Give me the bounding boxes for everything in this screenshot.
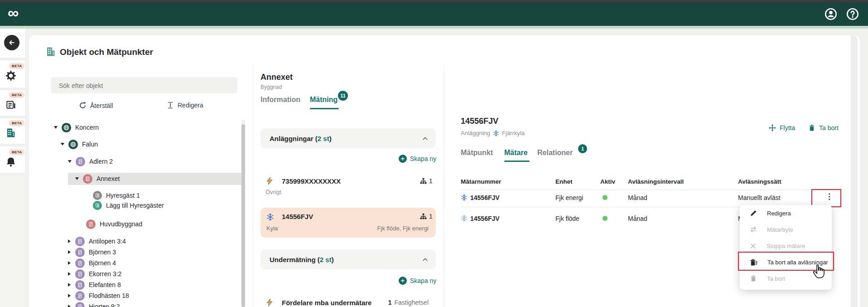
meter-unit: Fjk energi [555, 194, 583, 201]
tree-node-annexet[interactable]: Annexet [75, 173, 120, 185]
expander-right-icon[interactable] [68, 239, 71, 243]
delete-button[interactable]: Ta bort [808, 124, 839, 132]
tree-node-hjorten[interactable]: Hjorten 9:2 [68, 301, 120, 307]
snowflake-icon [461, 215, 468, 222]
expander-right-icon[interactable] [68, 305, 71, 307]
tree-reset-label: Återställ [90, 102, 113, 109]
chevron-up-icon[interactable] [422, 256, 429, 263]
rail-item-objects[interactable]: BETA [0, 118, 25, 144]
tree-node-label: Hjorten 9:2 [89, 303, 120, 307]
back-button[interactable] [4, 35, 19, 50]
tree-node-ekorren[interactable]: Ekorren 3:2 [68, 268, 121, 280]
chevron-up-icon[interactable] [422, 135, 429, 142]
tab-matare[interactable]: Mätare [504, 149, 528, 157]
tree-reset-button[interactable]: Återställ [79, 102, 113, 109]
section-count: 2 st [318, 135, 329, 142]
building-icon [75, 291, 85, 301]
rail-filler [0, 175, 25, 307]
tree-node-label: Björnen 4 [89, 259, 116, 267]
expander-right-icon[interactable] [68, 250, 71, 254]
facility-item-fordelare[interactable]: Fördelare mba undermätare 1Fastighetsel [260, 296, 436, 307]
section-title-close: ) [332, 256, 334, 263]
facility-meters: Fjk flöde, Fjk energi [377, 225, 429, 232]
object-search-box[interactable] [51, 77, 237, 93]
facility-name: 735999XXXXXXXX [282, 177, 341, 185]
expander-right-icon[interactable] [68, 283, 71, 287]
pencil-icon [750, 210, 757, 217]
building-icon [5, 127, 16, 138]
menu-item-label: Redigera [767, 210, 791, 217]
tree-edit-label: Redigera [178, 102, 203, 109]
snowflake-icon [493, 130, 499, 136]
expander-down-icon[interactable] [68, 160, 72, 163]
tree-node-label: Lägg till Hyresgäster [106, 202, 164, 209]
section-undermatning-header[interactable]: Undermätning (2 st) [260, 249, 436, 269]
tree-node-bjornen-3[interactable]: Björnen 3 [68, 246, 116, 258]
tab-information[interactable]: Information [260, 96, 300, 104]
tree-node-flodhasten[interactable]: Flodhästen 18 [68, 290, 129, 302]
rail-item-notifications[interactable]: BETA [0, 146, 25, 173]
facility-category: Kyla [266, 225, 278, 232]
main-card: Objekt och Mätpunkter Återställ Redigera… [29, 35, 860, 307]
plus-circle-icon [399, 155, 407, 163]
create-submeter-button[interactable]: Skapa ny [399, 277, 436, 285]
meter-number: 14556FJV [470, 194, 500, 201]
expander-down-icon[interactable] [54, 126, 58, 129]
move-button[interactable]: Flytta [769, 124, 795, 132]
trash-icon [750, 275, 757, 282]
active-status-dot [603, 195, 608, 200]
col-avlasningsintervall: Avläsningsintervall [628, 178, 684, 185]
expander-right-icon[interactable] [68, 272, 71, 276]
bell-icon [5, 156, 16, 167]
main-scrollbar-track[interactable] [851, 35, 858, 307]
tab-matning[interactable]: Mätning [310, 96, 338, 104]
help-icon[interactable] [846, 8, 859, 20]
refresh-icon [79, 102, 87, 109]
tree-node-huvudbyggnad[interactable]: Huvudbyggnad [86, 218, 142, 230]
meter-interval: Månad [628, 215, 647, 222]
rail-item-documents[interactable]: BETA [0, 90, 25, 116]
building-icon [86, 219, 96, 229]
expander-down-icon[interactable] [75, 177, 79, 180]
tree-node-label: Huvudbyggnad [100, 220, 142, 228]
tab-matare-underline [504, 161, 530, 162]
tree-node-lagg-till-hyresgaster[interactable]: Lägg till Hyresgäster [93, 200, 164, 211]
tree-node-falun[interactable]: Falun [61, 138, 98, 150]
tab-matpunkt[interactable]: Mätpunkt [461, 149, 493, 157]
building-icon [83, 174, 92, 184]
expander-right-icon[interactable] [68, 294, 71, 297]
section-title: Undermätning ( [270, 256, 320, 263]
lightning-icon [265, 298, 274, 307]
page-title-building-icon [45, 46, 56, 57]
tree-node-adlern-2[interactable]: Adlern 2 [68, 156, 113, 167]
col-aktiv: Aktiv [600, 178, 615, 185]
rail-item-settings[interactable]: BETA [0, 60, 25, 88]
facility-meters-summary: 1Fastighetsel [388, 299, 429, 306]
expander-down-icon[interactable] [61, 143, 64, 146]
search-input[interactable] [58, 77, 232, 94]
facility-item-el[interactable]: 735999XXXXXXXX 1 Övrigt [260, 175, 436, 199]
tree-node-label: Annexet [96, 175, 120, 182]
subtitle-type: Anläggning [461, 130, 490, 136]
tree-edit-button[interactable]: Redigera [167, 102, 203, 109]
globe-icon [62, 123, 71, 132]
tree-node-elefanten[interactable]: Elefanten 8 [68, 279, 121, 291]
account-icon[interactable] [825, 8, 837, 20]
menu-item-label: Mätarbyte [767, 226, 793, 233]
move-icon [769, 124, 776, 132]
menu-item-redigera[interactable]: Redigera [740, 205, 832, 221]
create-facility-button[interactable]: Skapa ny [399, 155, 436, 163]
tree-node-antilopen[interactable]: Antilopen 3:4 [68, 235, 126, 247]
section-anlaggningar-header[interactable]: Anläggningar (2 st) [260, 128, 436, 148]
tree-scrollbar-thumb[interactable] [241, 124, 245, 307]
create-label: Skapa ny [410, 277, 436, 284]
facility-item-kyla-selected[interactable]: 14556FJV 1 Kyla Fjk flöde, Fjk energi [260, 208, 436, 238]
building-icon [75, 269, 85, 279]
sitemap-icon [420, 178, 427, 185]
create-label: Skapa ny [410, 155, 436, 162]
tree-node-koncern[interactable]: Koncern [54, 122, 99, 133]
expander-right-icon[interactable] [68, 261, 71, 265]
tab-relationer[interactable]: Relationer [537, 149, 573, 157]
menu-item-matarbyte: Mätarbyte [740, 221, 832, 238]
tree-node-bjornen-4[interactable]: Björnen 4 [68, 257, 116, 269]
